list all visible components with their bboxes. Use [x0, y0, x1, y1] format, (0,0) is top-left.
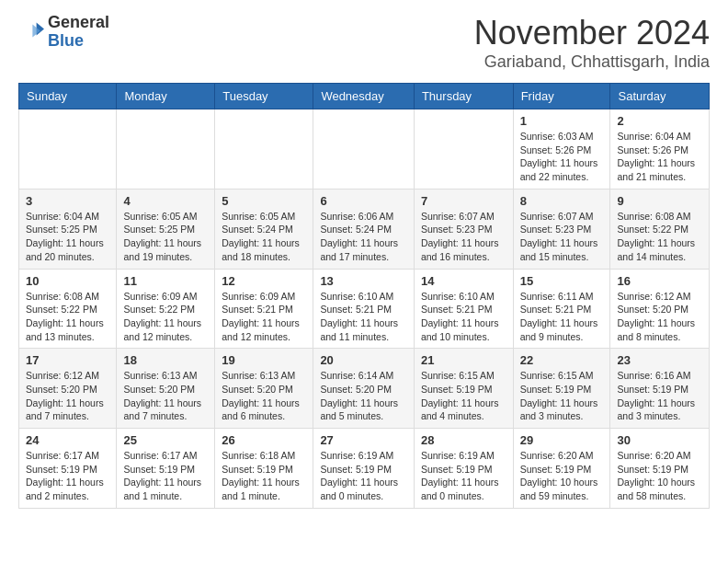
calendar-cell: 21Sunrise: 6:15 AM Sunset: 5:19 PM Dayli…: [414, 349, 513, 429]
day-number: 19: [222, 353, 306, 367]
calendar-cell: 11Sunrise: 6:09 AM Sunset: 5:22 PM Dayli…: [117, 269, 215, 349]
calendar-cell: 12Sunrise: 6:09 AM Sunset: 5:21 PM Dayli…: [215, 269, 313, 349]
day-info: Sunrise: 6:20 AM Sunset: 5:19 PM Dayligh…: [520, 449, 604, 503]
header: General Blue November 2024 Gariaband, Ch…: [18, 14, 710, 72]
logo-icon: [18, 19, 44, 45]
logo-text: General Blue: [48, 14, 109, 51]
calendar-cell: 19Sunrise: 6:13 AM Sunset: 5:20 PM Dayli…: [215, 349, 313, 429]
day-number: 4: [123, 194, 208, 208]
weekday-header-cell: Saturday: [610, 84, 710, 109]
weekday-header-cell: Sunday: [19, 84, 117, 109]
calendar-cell: 2Sunrise: 6:04 AM Sunset: 5:26 PM Daylig…: [610, 109, 710, 190]
day-number: 17: [26, 353, 109, 367]
calendar-cell: 15Sunrise: 6:11 AM Sunset: 5:21 PM Dayli…: [513, 269, 610, 349]
day-info: Sunrise: 6:13 AM Sunset: 5:20 PM Dayligh…: [222, 369, 306, 423]
day-number: 10: [26, 274, 109, 288]
calendar-cell: 20Sunrise: 6:14 AM Sunset: 5:20 PM Dayli…: [313, 349, 415, 429]
day-number: 12: [222, 274, 306, 288]
calendar-cell: 13Sunrise: 6:10 AM Sunset: 5:21 PM Dayli…: [313, 269, 415, 349]
day-number: 16: [617, 274, 702, 288]
day-number: 9: [617, 194, 702, 208]
day-number: 25: [123, 433, 208, 447]
calendar-cell: 22Sunrise: 6:15 AM Sunset: 5:19 PM Dayli…: [513, 349, 610, 429]
day-info: Sunrise: 6:05 AM Sunset: 5:24 PM Dayligh…: [222, 210, 306, 264]
calendar-cell: 28Sunrise: 6:19 AM Sunset: 5:19 PM Dayli…: [414, 429, 513, 509]
day-info: Sunrise: 6:05 AM Sunset: 5:25 PM Dayligh…: [123, 210, 208, 264]
calendar-cell: 25Sunrise: 6:17 AM Sunset: 5:19 PM Dayli…: [117, 429, 215, 509]
day-number: 6: [320, 194, 407, 208]
month-title: November 2024: [474, 14, 710, 52]
calendar-cell: 1Sunrise: 6:03 AM Sunset: 5:26 PM Daylig…: [513, 109, 610, 190]
day-info: Sunrise: 6:10 AM Sunset: 5:21 PM Dayligh…: [421, 290, 506, 344]
day-info: Sunrise: 6:07 AM Sunset: 5:23 PM Dayligh…: [421, 210, 506, 264]
day-number: 22: [520, 353, 604, 367]
day-number: 11: [123, 274, 208, 288]
calendar-cell: 14Sunrise: 6:10 AM Sunset: 5:21 PM Dayli…: [414, 269, 513, 349]
calendar-cell: [19, 109, 117, 190]
day-number: 26: [222, 433, 306, 447]
day-info: Sunrise: 6:17 AM Sunset: 5:19 PM Dayligh…: [26, 449, 109, 503]
calendar-cell: 27Sunrise: 6:19 AM Sunset: 5:19 PM Dayli…: [313, 429, 415, 509]
calendar-cell: [414, 109, 513, 190]
weekday-header: SundayMondayTuesdayWednesdayThursdayFrid…: [19, 84, 710, 109]
day-info: Sunrise: 6:11 AM Sunset: 5:21 PM Dayligh…: [520, 290, 604, 344]
day-info: Sunrise: 6:17 AM Sunset: 5:19 PM Dayligh…: [123, 449, 208, 503]
calendar-week-row: 17Sunrise: 6:12 AM Sunset: 5:20 PM Dayli…: [19, 349, 710, 429]
day-number: 2: [617, 114, 702, 128]
day-info: Sunrise: 6:09 AM Sunset: 5:21 PM Dayligh…: [222, 290, 306, 344]
calendar-week-row: 10Sunrise: 6:08 AM Sunset: 5:22 PM Dayli…: [19, 269, 710, 349]
calendar-cell: 8Sunrise: 6:07 AM Sunset: 5:23 PM Daylig…: [513, 189, 610, 269]
day-number: 14: [421, 274, 506, 288]
calendar-cell: 18Sunrise: 6:13 AM Sunset: 5:20 PM Dayli…: [117, 349, 215, 429]
calendar-cell: [117, 109, 215, 190]
day-number: 3: [26, 194, 109, 208]
calendar-cell: 17Sunrise: 6:12 AM Sunset: 5:20 PM Dayli…: [19, 349, 117, 429]
day-number: 1: [520, 114, 604, 128]
calendar-cell: 23Sunrise: 6:16 AM Sunset: 5:19 PM Dayli…: [610, 349, 710, 429]
calendar-cell: 9Sunrise: 6:08 AM Sunset: 5:22 PM Daylig…: [610, 189, 710, 269]
day-number: 29: [520, 433, 604, 447]
day-info: Sunrise: 6:13 AM Sunset: 5:20 PM Dayligh…: [123, 369, 208, 423]
day-number: 24: [26, 433, 109, 447]
weekday-header-cell: Tuesday: [215, 84, 313, 109]
calendar-week-row: 1Sunrise: 6:03 AM Sunset: 5:26 PM Daylig…: [19, 109, 710, 190]
weekday-header-cell: Wednesday: [313, 84, 415, 109]
logo: General Blue: [18, 14, 109, 51]
calendar-cell: 7Sunrise: 6:07 AM Sunset: 5:23 PM Daylig…: [414, 189, 513, 269]
day-number: 27: [320, 433, 407, 447]
day-info: Sunrise: 6:10 AM Sunset: 5:21 PM Dayligh…: [320, 290, 407, 344]
day-info: Sunrise: 6:04 AM Sunset: 5:25 PM Dayligh…: [26, 210, 109, 264]
day-number: 21: [421, 353, 506, 367]
calendar-cell: 30Sunrise: 6:20 AM Sunset: 5:19 PM Dayli…: [610, 429, 710, 509]
calendar-cell: 16Sunrise: 6:12 AM Sunset: 5:20 PM Dayli…: [610, 269, 710, 349]
weekday-header-cell: Thursday: [414, 84, 513, 109]
calendar-cell: [215, 109, 313, 190]
calendar-week-row: 24Sunrise: 6:17 AM Sunset: 5:19 PM Dayli…: [19, 429, 710, 509]
day-number: 7: [421, 194, 506, 208]
day-info: Sunrise: 6:16 AM Sunset: 5:19 PM Dayligh…: [617, 369, 702, 423]
calendar-cell: 29Sunrise: 6:20 AM Sunset: 5:19 PM Dayli…: [513, 429, 610, 509]
location-title: Gariaband, Chhattisgarh, India: [474, 52, 710, 72]
title-section: November 2024 Gariaband, Chhattisgarh, I…: [474, 14, 710, 72]
logo-blue: Blue: [48, 32, 109, 51]
day-number: 15: [520, 274, 604, 288]
weekday-header-cell: Friday: [513, 84, 610, 109]
day-info: Sunrise: 6:06 AM Sunset: 5:24 PM Dayligh…: [320, 210, 407, 264]
day-info: Sunrise: 6:14 AM Sunset: 5:20 PM Dayligh…: [320, 369, 407, 423]
day-number: 5: [222, 194, 306, 208]
day-info: Sunrise: 6:08 AM Sunset: 5:22 PM Dayligh…: [26, 290, 109, 344]
day-info: Sunrise: 6:18 AM Sunset: 5:19 PM Dayligh…: [222, 449, 306, 503]
day-info: Sunrise: 6:15 AM Sunset: 5:19 PM Dayligh…: [421, 369, 506, 423]
page: General Blue November 2024 Gariaband, Ch…: [0, 0, 728, 523]
calendar-week-row: 3Sunrise: 6:04 AM Sunset: 5:25 PM Daylig…: [19, 189, 710, 269]
day-number: 8: [520, 194, 604, 208]
day-number: 28: [421, 433, 506, 447]
calendar-cell: 10Sunrise: 6:08 AM Sunset: 5:22 PM Dayli…: [19, 269, 117, 349]
day-number: 23: [617, 353, 702, 367]
calendar-cell: [313, 109, 415, 190]
day-number: 13: [320, 274, 407, 288]
calendar-cell: 4Sunrise: 6:05 AM Sunset: 5:25 PM Daylig…: [117, 189, 215, 269]
day-info: Sunrise: 6:04 AM Sunset: 5:26 PM Dayligh…: [617, 130, 702, 184]
day-info: Sunrise: 6:19 AM Sunset: 5:19 PM Dayligh…: [421, 449, 506, 503]
day-number: 18: [123, 353, 208, 367]
